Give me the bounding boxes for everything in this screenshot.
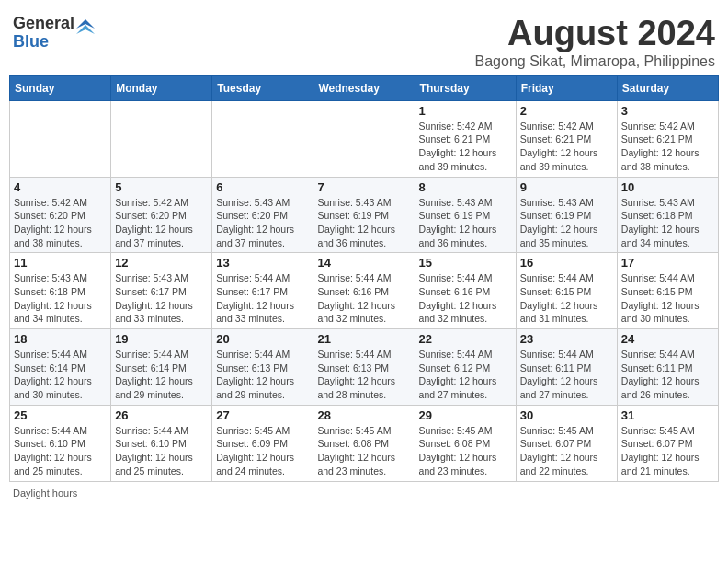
day-number: 21 (317, 332, 410, 346)
day-detail: Sunrise: 5:45 AM Sunset: 6:07 PM Dayligh… (621, 424, 714, 478)
calendar-cell: 15Sunrise: 5:44 AM Sunset: 6:16 PM Dayli… (415, 253, 516, 329)
calendar-cell: 31Sunrise: 5:45 AM Sunset: 6:07 PM Dayli… (617, 405, 718, 481)
day-detail: Sunrise: 5:45 AM Sunset: 6:08 PM Dayligh… (419, 424, 512, 478)
day-detail: Sunrise: 5:44 AM Sunset: 6:16 PM Dayligh… (317, 271, 410, 326)
day-number: 30 (520, 408, 613, 422)
calendar-cell: 1Sunrise: 5:42 AM Sunset: 6:21 PM Daylig… (415, 100, 516, 177)
day-number: 14 (317, 256, 410, 270)
calendar-cell: 26Sunrise: 5:44 AM Sunset: 6:10 PM Dayli… (111, 405, 212, 481)
calendar-week-row: 4Sunrise: 5:42 AM Sunset: 6:20 PM Daylig… (10, 177, 719, 253)
day-detail: Sunrise: 5:43 AM Sunset: 6:18 PM Dayligh… (14, 271, 107, 326)
day-number: 27 (216, 408, 309, 422)
day-number: 18 (14, 332, 107, 346)
day-detail: Sunrise: 5:44 AM Sunset: 6:11 PM Dayligh… (621, 348, 714, 402)
logo-icon (76, 19, 95, 38)
weekday-header-tuesday: Tuesday (212, 75, 313, 100)
day-detail: Sunrise: 5:44 AM Sunset: 6:13 PM Dayligh… (216, 348, 309, 402)
day-number: 25 (14, 408, 107, 422)
day-detail: Sunrise: 5:44 AM Sunset: 6:11 PM Dayligh… (520, 348, 613, 402)
day-number: 6 (216, 180, 309, 194)
day-detail: Sunrise: 5:45 AM Sunset: 6:07 PM Dayligh… (520, 424, 613, 478)
day-detail: Sunrise: 5:45 AM Sunset: 6:09 PM Dayligh… (216, 424, 309, 478)
calendar-cell: 28Sunrise: 5:45 AM Sunset: 6:08 PM Dayli… (313, 405, 415, 481)
day-detail: Sunrise: 5:43 AM Sunset: 6:19 PM Dayligh… (317, 196, 410, 250)
weekday-header-monday: Monday (111, 75, 212, 100)
day-detail: Sunrise: 5:43 AM Sunset: 6:19 PM Dayligh… (419, 196, 512, 250)
logo-general-text: General (13, 15, 74, 33)
day-detail: Sunrise: 5:44 AM Sunset: 6:14 PM Dayligh… (115, 348, 208, 402)
day-number: 29 (419, 408, 512, 422)
calendar-week-row: 18Sunrise: 5:44 AM Sunset: 6:14 PM Dayli… (10, 329, 719, 406)
calendar-cell: 23Sunrise: 5:44 AM Sunset: 6:11 PM Dayli… (516, 329, 617, 406)
day-number: 17 (621, 256, 714, 270)
day-number: 12 (115, 256, 208, 270)
day-detail: Sunrise: 5:42 AM Sunset: 6:20 PM Dayligh… (115, 196, 208, 250)
day-detail: Sunrise: 5:44 AM Sunset: 6:15 PM Dayligh… (520, 271, 613, 326)
logo-blue-text: Blue (13, 33, 74, 52)
day-number: 1 (419, 104, 512, 118)
day-detail: Sunrise: 5:44 AM Sunset: 6:13 PM Dayligh… (317, 348, 410, 402)
weekday-header-thursday: Thursday (415, 75, 516, 100)
day-detail: Sunrise: 5:44 AM Sunset: 6:17 PM Dayligh… (216, 271, 309, 326)
day-number: 22 (419, 332, 512, 346)
weekday-header-friday: Friday (516, 75, 617, 100)
day-number: 31 (621, 408, 714, 422)
day-detail: Sunrise: 5:42 AM Sunset: 6:21 PM Dayligh… (520, 120, 613, 174)
day-number: 8 (419, 180, 512, 194)
calendar-cell: 8Sunrise: 5:43 AM Sunset: 6:19 PM Daylig… (415, 177, 516, 253)
calendar-week-row: 11Sunrise: 5:43 AM Sunset: 6:18 PM Dayli… (10, 253, 719, 329)
daylight-label: Daylight hours (13, 488, 77, 499)
calendar-cell: 4Sunrise: 5:42 AM Sunset: 6:20 PM Daylig… (10, 177, 111, 253)
location-subtitle: Bagong Sikat, Mimaropa, Philippines (475, 53, 715, 70)
day-number: 7 (317, 180, 410, 194)
calendar-cell: 6Sunrise: 5:43 AM Sunset: 6:20 PM Daylig… (212, 177, 313, 253)
day-detail: Sunrise: 5:42 AM Sunset: 6:20 PM Dayligh… (14, 196, 107, 250)
calendar-cell: 2Sunrise: 5:42 AM Sunset: 6:21 PM Daylig… (516, 100, 617, 177)
day-number: 5 (115, 180, 208, 194)
day-number: 13 (216, 256, 309, 270)
calendar-cell: 19Sunrise: 5:44 AM Sunset: 6:14 PM Dayli… (111, 329, 212, 406)
day-number: 16 (520, 256, 613, 270)
logo: General Blue (13, 15, 95, 52)
day-number: 2 (520, 104, 613, 118)
calendar-week-row: 1Sunrise: 5:42 AM Sunset: 6:21 PM Daylig… (10, 100, 719, 177)
day-number: 9 (520, 180, 613, 194)
calendar-cell (111, 100, 212, 177)
footer-daylight: Daylight hours (9, 488, 719, 499)
day-detail: Sunrise: 5:43 AM Sunset: 6:20 PM Dayligh… (216, 196, 309, 250)
day-number: 23 (520, 332, 613, 346)
calendar-cell: 16Sunrise: 5:44 AM Sunset: 6:15 PM Dayli… (516, 253, 617, 329)
calendar-cell: 14Sunrise: 5:44 AM Sunset: 6:16 PM Dayli… (313, 253, 415, 329)
day-detail: Sunrise: 5:43 AM Sunset: 6:19 PM Dayligh… (520, 196, 613, 250)
day-number: 11 (14, 256, 107, 270)
day-detail: Sunrise: 5:44 AM Sunset: 6:14 PM Dayligh… (14, 348, 107, 402)
calendar-cell: 3Sunrise: 5:42 AM Sunset: 6:21 PM Daylig… (617, 100, 718, 177)
day-detail: Sunrise: 5:44 AM Sunset: 6:10 PM Dayligh… (115, 424, 208, 478)
day-detail: Sunrise: 5:45 AM Sunset: 6:08 PM Dayligh… (317, 424, 410, 478)
day-detail: Sunrise: 5:43 AM Sunset: 6:18 PM Dayligh… (621, 196, 714, 250)
calendar-cell: 5Sunrise: 5:42 AM Sunset: 6:20 PM Daylig… (111, 177, 212, 253)
calendar-cell: 17Sunrise: 5:44 AM Sunset: 6:15 PM Dayli… (617, 253, 718, 329)
day-number: 26 (115, 408, 208, 422)
day-detail: Sunrise: 5:42 AM Sunset: 6:21 PM Dayligh… (621, 120, 714, 174)
calendar-cell: 27Sunrise: 5:45 AM Sunset: 6:09 PM Dayli… (212, 405, 313, 481)
day-number: 10 (621, 180, 714, 194)
day-detail: Sunrise: 5:44 AM Sunset: 6:12 PM Dayligh… (419, 348, 512, 402)
calendar-cell: 25Sunrise: 5:44 AM Sunset: 6:10 PM Dayli… (10, 405, 111, 481)
calendar-cell: 20Sunrise: 5:44 AM Sunset: 6:13 PM Dayli… (212, 329, 313, 406)
calendar-cell: 13Sunrise: 5:44 AM Sunset: 6:17 PM Dayli… (212, 253, 313, 329)
calendar-cell: 30Sunrise: 5:45 AM Sunset: 6:07 PM Dayli… (516, 405, 617, 481)
calendar-week-row: 25Sunrise: 5:44 AM Sunset: 6:10 PM Dayli… (10, 405, 719, 481)
header: General Blue August 2024 Bagong Sikat, M… (9, 9, 719, 70)
weekday-header-wednesday: Wednesday (313, 75, 415, 100)
day-number: 19 (115, 332, 208, 346)
day-detail: Sunrise: 5:43 AM Sunset: 6:17 PM Dayligh… (115, 271, 208, 326)
day-number: 20 (216, 332, 309, 346)
calendar-cell: 11Sunrise: 5:43 AM Sunset: 6:18 PM Dayli… (10, 253, 111, 329)
calendar-cell: 10Sunrise: 5:43 AM Sunset: 6:18 PM Dayli… (617, 177, 718, 253)
calendar-cell: 21Sunrise: 5:44 AM Sunset: 6:13 PM Dayli… (313, 329, 415, 406)
month-year-title: August 2024 (475, 15, 715, 53)
calendar-cell (212, 100, 313, 177)
calendar-cell (313, 100, 415, 177)
day-detail: Sunrise: 5:42 AM Sunset: 6:21 PM Dayligh… (419, 120, 512, 174)
